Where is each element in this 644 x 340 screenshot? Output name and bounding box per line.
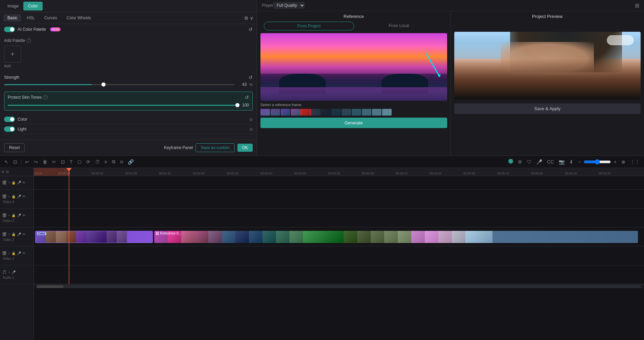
filter-btn[interactable]: ≡ [103, 158, 109, 166]
compare-icon[interactable]: ⧉ [245, 15, 248, 21]
audio-1-add-btn[interactable]: + [8, 270, 10, 274]
frame-thumb-11[interactable] [362, 109, 371, 116]
track-2-lock-btn[interactable]: 🔒 [12, 232, 16, 237]
track-4-eye-btn[interactable]: 👁 [22, 194, 26, 199]
track-5-lock-btn[interactable]: 🔒 [12, 181, 16, 185]
sub-tab-basic[interactable]: Basic [3, 14, 21, 22]
zoom-in-btn[interactable]: + [612, 158, 618, 166]
track-1-mic-btn[interactable]: 🎤 [17, 251, 21, 256]
refresh-icon[interactable]: ↺ [249, 27, 253, 32]
color-clip[interactable]: Color [35, 231, 153, 243]
timeline-scroll-area[interactable]: 00:00 00:00:10 00:00:20 00:01:05 00:01:1… [34, 168, 644, 340]
reset-button[interactable]: Reset [4, 143, 25, 152]
audio-1-mic-btn[interactable]: 🎤 [12, 270, 16, 274]
transform-btn[interactable]: ⬡ [76, 158, 83, 166]
pip2-btn[interactable]: ⧈ [118, 158, 125, 166]
strength-reset-icon[interactable]: ↺ [249, 75, 253, 80]
track-4-add-btn[interactable]: + [8, 194, 10, 199]
fit-btn[interactable]: ⊕ [620, 158, 627, 166]
ai-palette-toggle[interactable] [4, 27, 15, 32]
track-3-lock-btn[interactable]: 🔒 [12, 213, 16, 218]
chevron-down-icon[interactable]: ∨ [250, 15, 253, 21]
undo-btn[interactable]: ↩ [23, 158, 31, 166]
reference-clip[interactable]: 🖼 Reference 0... [154, 231, 638, 243]
scrollbar-thumb[interactable] [37, 285, 64, 288]
timeline-scrollbar[interactable] [34, 284, 644, 288]
sub-tab-curves[interactable]: Curves [40, 14, 61, 22]
track-5-mic-btn[interactable]: 🎤 [17, 181, 21, 185]
track-2-eye-btn[interactable]: 👁 [22, 232, 26, 237]
frame-thumb-2[interactable] [271, 109, 280, 116]
track-4-mic-btn[interactable]: 🎤 [17, 194, 21, 199]
rotate-btn[interactable]: ⟳ [85, 158, 92, 166]
track-5-add-btn[interactable]: + [8, 181, 10, 185]
ref-tab-local[interactable]: From Local [354, 22, 444, 30]
text-btn[interactable]: T [68, 158, 74, 166]
sub-tab-color-wheels[interactable]: Color Wheels [63, 14, 95, 22]
frame-thumb-10[interactable] [352, 109, 361, 116]
ref-tab-project[interactable]: From Project [264, 22, 354, 30]
mic-btn[interactable]: 🎤 [535, 158, 544, 166]
protect-skin-slider[interactable] [8, 105, 239, 106]
camera-btn[interactable]: 📷 [557, 158, 566, 166]
track-1-lock-btn[interactable]: 🔒 [12, 251, 16, 256]
import-btn[interactable]: ⬇ [568, 158, 575, 166]
clock-btn[interactable]: ⏱ [93, 158, 101, 166]
track-3-icon: 🎬 [2, 213, 7, 218]
caption-btn[interactable]: CC [545, 158, 555, 166]
strength-slider[interactable] [4, 84, 234, 85]
frame-thumb-5-active[interactable] [301, 109, 310, 116]
frame-thumb-1[interactable] [260, 109, 270, 116]
cut-btn[interactable]: ✂ [50, 158, 58, 166]
track-3-eye-btn[interactable]: 👁 [22, 213, 26, 218]
add-track-btn[interactable]: ⊕ [1, 170, 4, 174]
ripple-edit-btn[interactable]: ⊡ [12, 158, 19, 166]
grid-icon: ⊞ [635, 2, 639, 9]
track-3-mic-btn[interactable]: 🎤 [17, 213, 21, 218]
tab-image[interactable]: Image [3, 2, 23, 10]
settings-btn[interactable]: ⚙ [516, 158, 524, 166]
frame-thumb-9[interactable] [342, 109, 351, 116]
redo-btn[interactable]: ↪ [32, 158, 40, 166]
track-5-eye-btn[interactable]: 👁 [22, 181, 26, 185]
frame-thumb-7[interactable] [321, 109, 331, 116]
add-media-btn[interactable]: ⊞ [6, 170, 9, 174]
frame-thumb-8[interactable] [331, 109, 341, 116]
zoom-slider[interactable] [584, 159, 611, 165]
shield-btn[interactable]: 🛡 [525, 158, 533, 166]
link-btn[interactable]: 🔗 [126, 158, 135, 166]
more-btn[interactable]: ⋮⋮ [628, 158, 641, 166]
strength-unit: % [249, 82, 253, 87]
light-toggle[interactable] [4, 126, 15, 132]
frame-thumb-13[interactable] [382, 109, 392, 116]
generate-button[interactable]: Generate [260, 118, 447, 128]
frame-thumb-4[interactable] [291, 109, 300, 116]
frame-thumb-3[interactable] [281, 109, 290, 116]
zoom-out-btn[interactable]: − [576, 158, 582, 166]
track-1-eye-btn[interactable]: 👁 [22, 251, 26, 256]
add-palette-button[interactable]: + [4, 46, 21, 63]
quality-select[interactable]: Full Quality [273, 2, 305, 9]
save-as-custom-button[interactable]: Save as custom [196, 143, 234, 152]
protect-reset-icon[interactable]: ↺ [245, 95, 249, 100]
track-row-4 [34, 190, 644, 209]
track-4-lock-btn[interactable]: 🔒 [12, 194, 16, 199]
track-2-mic-btn[interactable]: 🎤 [17, 232, 21, 237]
save-apply-button[interactable]: Save & Apply [454, 103, 641, 114]
track-2-add-btn[interactable]: + [8, 232, 10, 237]
select-frame-label: Select a reference frame: [257, 101, 451, 109]
sub-tab-hsl[interactable]: HSL [23, 14, 39, 22]
color-toggle[interactable] [4, 117, 15, 122]
track-3-add-btn[interactable]: + [8, 213, 10, 218]
frame-thumb-12[interactable] [372, 109, 382, 116]
ok-button[interactable]: OK [237, 144, 253, 152]
delete-btn[interactable]: 🗑 [41, 158, 49, 166]
tab-color[interactable]: Color [23, 2, 43, 10]
crop-btn[interactable]: ⊡ [59, 158, 67, 166]
frame-thumb-6[interactable] [311, 109, 321, 116]
record-btn[interactable] [507, 158, 515, 166]
select-tool-btn[interactable]: ↖ [3, 158, 10, 166]
track-1-add-btn[interactable]: + [8, 251, 10, 256]
pip-btn[interactable]: ⧉ [110, 158, 117, 166]
keyframe-panel-button[interactable]: Keyframe Panel [164, 145, 193, 150]
